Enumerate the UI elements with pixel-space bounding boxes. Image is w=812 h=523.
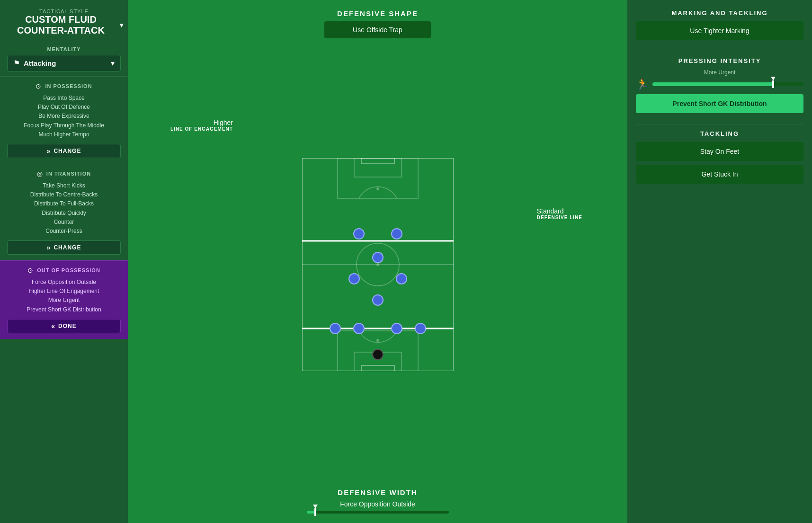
svg-point-18 bbox=[373, 349, 383, 360]
list-item: Play Out Of Defence bbox=[7, 103, 121, 112]
in-transition-title: IN TRANSITION bbox=[46, 171, 91, 177]
in-transition-change-button[interactable]: » CHANGE bbox=[7, 240, 121, 255]
list-item: Much Higher Tempo bbox=[7, 130, 121, 139]
svg-point-27 bbox=[354, 229, 364, 239]
list-item: Focus Play Through The Middle bbox=[7, 121, 121, 130]
svg-point-19 bbox=[330, 323, 340, 334]
pressing-fill bbox=[652, 82, 773, 86]
pressing-thumb bbox=[772, 80, 774, 88]
out-of-possession-title: OUT OF POSSESSION bbox=[37, 267, 100, 273]
defensive-line-text: DEFENSIVE LINE bbox=[537, 215, 582, 220]
svg-point-22 bbox=[415, 323, 426, 334]
list-item: More Urgent bbox=[7, 296, 121, 305]
list-item: Force Opposition Outside bbox=[7, 278, 121, 287]
mentality-dropdown[interactable]: ⚑ Attacking ▾ bbox=[7, 55, 121, 71]
get-stuck-in-button[interactable]: Get Stuck In bbox=[636, 165, 803, 184]
svg-point-3 bbox=[376, 263, 379, 266]
tactical-style-title-text: CUSTOM FLUID COUNTER-ATTACK bbox=[5, 14, 117, 36]
in-transition-items: Take Short Kicks Distribute To Centre-Ba… bbox=[7, 181, 121, 236]
list-item: Prevent Short GK Distribution bbox=[7, 305, 121, 314]
pressing-intensity-track[interactable] bbox=[652, 82, 803, 86]
tighter-marking-button[interactable]: Use Tighter Marking bbox=[636, 21, 803, 40]
change-arrows-icon: » bbox=[47, 147, 51, 155]
line-of-engagement-label: Higher LINE OF ENGAGEMENT bbox=[170, 119, 233, 132]
svg-point-24 bbox=[349, 274, 359, 284]
svg-point-20 bbox=[354, 323, 364, 334]
main-content: DEFENSIVE SHAPE Use Offside Trap Higher … bbox=[128, 0, 627, 523]
tactical-style-header: TACTICAL STYLE CUSTOM FLUID COUNTER-ATTA… bbox=[0, 0, 128, 42]
out-of-possession-icon: ⊙ bbox=[27, 266, 33, 274]
defensive-shape-section: DEFENSIVE SHAPE Use Offside Trap bbox=[324, 9, 431, 38]
runner-icon: 🏃 bbox=[636, 78, 649, 90]
offside-trap-button[interactable]: Use Offside Trap bbox=[324, 21, 431, 38]
left-sidebar: TACTICAL STYLE CUSTOM FLUID COUNTER-ATTA… bbox=[0, 0, 128, 523]
svg-point-28 bbox=[392, 229, 402, 239]
defensive-width-section: DEFENSIVE WIDTH Force Opposition Outside bbox=[307, 488, 449, 514]
out-of-possession-header: ⊙ OUT OF POSSESSION bbox=[7, 266, 121, 274]
list-item: Distribute To Full-Backs bbox=[7, 199, 121, 208]
svg-point-11 bbox=[376, 339, 379, 342]
mentality-icon: ⚑ bbox=[13, 59, 20, 68]
in-possession-section: ⊙ IN POSSESSION Pass Into Space Play Out… bbox=[0, 76, 128, 164]
in-possession-title: IN POSSESSION bbox=[45, 83, 92, 89]
line-of-engagement-text: LINE OF ENGAGEMENT bbox=[170, 126, 233, 132]
list-item: Distribute Quickly bbox=[7, 209, 121, 218]
defensive-shape-title: DEFENSIVE SHAPE bbox=[324, 9, 431, 18]
divider-2 bbox=[636, 124, 803, 124]
list-item: Counter-Press bbox=[7, 227, 121, 236]
tactical-style-label: TACTICAL STYLE bbox=[5, 9, 123, 14]
football-pitch bbox=[302, 158, 454, 371]
in-transition-icon: ◎ bbox=[37, 170, 43, 177]
mentality-chevron-icon: ▾ bbox=[111, 59, 115, 68]
in-possession-change-label: CHANGE bbox=[54, 148, 81, 154]
change-arrows-icon: » bbox=[47, 244, 51, 251]
defensive-width-triangle bbox=[313, 505, 318, 508]
in-transition-header: ◎ IN TRANSITION bbox=[7, 170, 121, 177]
svg-point-7 bbox=[376, 187, 379, 190]
mentality-label: MENTALITY bbox=[7, 46, 121, 52]
marking-tackling-title: MARKING AND TACKLING bbox=[636, 9, 803, 17]
mentality-left: ⚑ Attacking bbox=[13, 59, 56, 68]
defensive-width-value: Force Opposition Outside bbox=[307, 500, 449, 508]
prevent-gk-distribution-button[interactable]: Prevent Short GK Distribution bbox=[636, 94, 803, 113]
right-sidebar: MARKING AND TACKLING Use Tighter Marking… bbox=[627, 0, 812, 523]
divider-1 bbox=[636, 50, 803, 50]
marking-tackling-section: MARKING AND TACKLING Use Tighter Marking bbox=[636, 9, 803, 44]
tackling-section: TACKLING Stay On Feet Get Stuck In bbox=[636, 130, 803, 187]
defensive-width-track[interactable] bbox=[307, 511, 449, 514]
in-transition-change-label: CHANGE bbox=[54, 244, 81, 251]
stay-on-feet-button[interactable]: Stay On Feet bbox=[636, 142, 803, 161]
in-transition-section: ◎ IN TRANSITION Take Short Kicks Distrib… bbox=[0, 164, 128, 260]
list-item: Pass Into Space bbox=[7, 94, 121, 103]
mentality-text: Attacking bbox=[24, 59, 56, 67]
list-item: Counter bbox=[7, 218, 121, 227]
tactical-style-title: CUSTOM FLUID COUNTER-ATTACK ▾ bbox=[5, 14, 123, 36]
list-item: Higher Line Of Engagement bbox=[7, 287, 121, 296]
pressing-intensity-title: PRESSING INTENSITY bbox=[636, 57, 803, 64]
list-item: Be More Expressive bbox=[7, 112, 121, 121]
done-arrows-icon: « bbox=[51, 322, 55, 330]
out-of-possession-items: Force Opposition Outside Higher Line Of … bbox=[7, 278, 121, 314]
mentality-section: MENTALITY ⚑ Attacking ▾ bbox=[0, 42, 128, 76]
list-item: Distribute To Centre-Backs bbox=[7, 190, 121, 199]
list-item: Take Short Kicks bbox=[7, 181, 121, 190]
pressing-intensity-section: PRESSING INTENSITY More Urgent 🏃 Prevent… bbox=[636, 57, 803, 117]
svg-point-25 bbox=[396, 274, 407, 284]
defensive-width-title: DEFENSIVE WIDTH bbox=[307, 488, 449, 496]
line-of-engagement-level: Higher bbox=[170, 119, 233, 126]
out-of-possession-section: ⊙ OUT OF POSSESSION Force Opposition Out… bbox=[0, 260, 128, 339]
in-possession-header: ⊙ IN POSSESSION bbox=[7, 82, 121, 90]
pressing-intensity-label: More Urgent bbox=[636, 69, 803, 76]
tactical-style-chevron[interactable]: ▾ bbox=[120, 21, 123, 29]
defensive-line-level: Standard bbox=[537, 207, 582, 215]
out-of-possession-done-button[interactable]: « DONE bbox=[7, 319, 121, 333]
in-possession-change-button[interactable]: » CHANGE bbox=[7, 144, 121, 158]
out-of-possession-done-label: DONE bbox=[58, 323, 77, 329]
defensive-line-label: Standard DEFENSIVE LINE bbox=[537, 207, 582, 220]
pressing-slider-container: 🏃 bbox=[636, 78, 803, 90]
pressing-triangle bbox=[771, 77, 776, 80]
svg-point-21 bbox=[392, 323, 402, 334]
defensive-width-thumb bbox=[314, 508, 316, 516]
in-possession-items: Pass Into Space Play Out Of Defence Be M… bbox=[7, 94, 121, 139]
tackling-title: TACKLING bbox=[636, 130, 803, 137]
